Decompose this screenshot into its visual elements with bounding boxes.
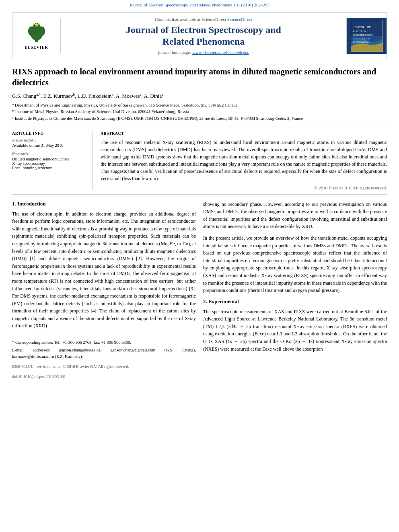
science-direct-link[interactable]: ScienceDirect [227, 17, 252, 22]
keywords-label: Keywords: [12, 152, 86, 156]
column-right: showing no secondary phase. However, acc… [203, 201, 387, 380]
divider-2 [12, 194, 387, 195]
elsevier-logo-section: ELSEVIER [12, 18, 61, 53]
issn-line: 0368-2048/$ – see front matter © 2010 El… [12, 364, 196, 370]
doi-line: doi:10.1016/j.elspec.2010.05.001 [12, 374, 196, 380]
svg-text:JOURNAL OF: JOURNAL OF [353, 26, 371, 29]
affiliation-c: ᶜ Institut de Physique et Chimie des Mat… [12, 116, 387, 122]
affiliation-a: ᵃ Department of Physics and Engineering,… [12, 103, 387, 109]
svg-text:PHENOMENA: PHENOMENA [353, 41, 369, 43]
column-left: 1. Introduction The use of electron spin… [12, 201, 196, 380]
divider-1 [12, 127, 387, 127]
keyword-3: Local bonding structure [12, 166, 86, 170]
keywords-section: Keywords: Diluted magnetic semiconductor… [12, 152, 86, 170]
journal-header: ELSEVIER Contents lists available at Sci… [12, 12, 387, 59]
science-direct-line: Contents lists available at ScienceDirec… [65, 17, 342, 22]
cover-svg: JOURNAL OF ELECTRON SPECTROSCOPY AND REL… [351, 20, 383, 52]
cover-image: JOURNAL OF ELECTRON SPECTROSCOPY AND REL… [351, 20, 383, 52]
journal-title-line1: Journal of Electron Spectroscopy and [126, 25, 281, 35]
keyword-1: Diluted magnetic semiconductors [12, 157, 86, 161]
authors-line: G.S. Changa,*, E.Z. Kurmaevb, L.D. Finke… [12, 92, 387, 99]
article-title: RIXS approach to local environment aroun… [12, 66, 387, 88]
journal-title-section: Contents lists available at ScienceDirec… [61, 13, 346, 59]
footnote-email: E-mail addresses: gapson.chang@usask.ca,… [12, 347, 196, 360]
homepage-link[interactable]: www.elsevier.com/locate/elspec [192, 50, 249, 55]
experimental-title: 2. Experimental [203, 298, 387, 305]
svg-text:SPECTROSCOPY: SPECTROSCOPY [353, 34, 373, 36]
footnote-corresponding: * Corresponding author. Tel.: +1 306 966… [12, 339, 196, 346]
affiliation-b: ᵇ Institute of Metal Physics, Russian Ac… [12, 109, 387, 115]
history-label: Article history: [12, 138, 86, 142]
intro-right-text2: In the present article, we provide an ov… [203, 234, 387, 294]
journal-ref-bar: Journal of Electron Spectroscopy and Rel… [0, 0, 399, 9]
abstract-text: The use of resonant inelastic X-ray scat… [101, 139, 387, 182]
journal-title-line2: Related Phenomena [162, 36, 245, 47]
journal-title: Journal of Electron Spectroscopy and Rel… [65, 24, 342, 47]
article-info: ARTICLE INFO Article history: Available … [12, 131, 93, 190]
available-online: Available online 31 May 2010 [12, 143, 86, 148]
cover-image-section: JOURNAL OF ELECTRON SPECTROSCOPY AND REL… [346, 18, 387, 54]
article-body: 1. Introduction The use of electron spin… [12, 201, 387, 380]
copyright: © 2010 Elsevier B.V. All rights reserved… [101, 185, 387, 190]
svg-text:AND RELATED: AND RELATED [353, 37, 370, 40]
abstract-title: ABSTRACT [101, 131, 387, 136]
cover-image-inner: JOURNAL OF ELECTRON SPECTROSCOPY AND REL… [351, 20, 383, 51]
intro-text: The use of electron spin, in addition to… [12, 210, 196, 330]
main-content: RIXS approach to local environment aroun… [12, 66, 387, 380]
footnotes: * Corresponding author. Tel.: +1 306 966… [12, 336, 196, 380]
keyword-2: X-ray spectroscopy [12, 161, 86, 166]
elsevier-logo: ELSEVIER [25, 22, 49, 49]
elsevier-tree-icon [25, 22, 49, 44]
intro-right-text1: showing no secondary phase. However, acc… [203, 201, 387, 230]
article-info-abstract: ARTICLE INFO Article history: Available … [12, 131, 387, 190]
elsevier-label: ELSEVIER [25, 45, 48, 49]
author-chang: G.S. Changa,*, E.Z. Kurmaevb, L.D. Finke… [12, 93, 163, 99]
intro-title: 1. Introduction [12, 201, 196, 207]
science-direct-text: Contents lists available at ScienceDirec… [155, 17, 226, 22]
journal-homepage: journal homepage: www.elsevier.com/locat… [65, 50, 342, 55]
abstract-section: ABSTRACT The use of resonant inelastic X… [101, 131, 387, 190]
svg-text:ELECTRON: ELECTRON [353, 30, 366, 33]
experimental-text: The spectroscopic measurements of XAS an… [203, 308, 387, 353]
article-info-title: ARTICLE INFO [12, 131, 86, 136]
affiliations: ᵃ Department of Physics and Engineering,… [12, 103, 387, 122]
journal-ref-text: Journal of Electron Spectroscopy and Rel… [130, 2, 269, 7]
